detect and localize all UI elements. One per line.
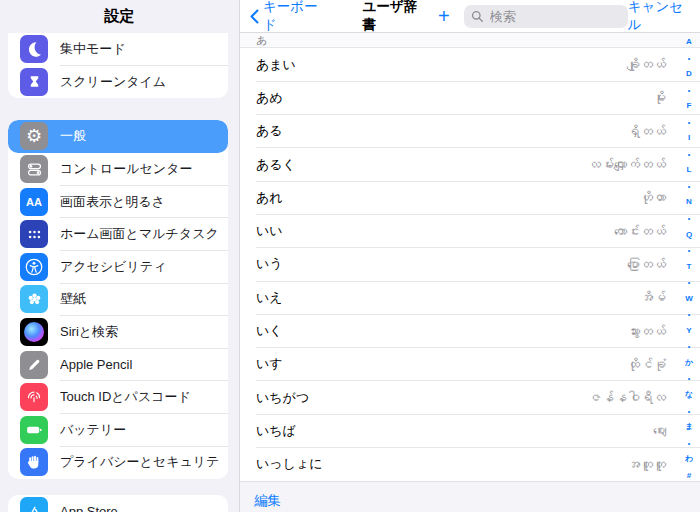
entry-word: あるく <box>256 156 296 174</box>
alphabet-index-bar[interactable]: A•D•F•I•L•N•Q•T•W•Y•か•な•ま•わ# <box>683 38 695 480</box>
index-dot[interactable]: • <box>688 183 690 190</box>
index-dot[interactable]: • <box>688 343 690 350</box>
sidebar-item-general[interactable]: ⚙一般 <box>8 120 228 153</box>
section-header: あ <box>240 33 700 48</box>
sidebar-item-app-store[interactable]: App Store <box>8 495 228 512</box>
dictionary-row[interactable]: いちがつဇန်နဝါရီလ <box>240 381 700 414</box>
edit-link[interactable]: 編集 <box>254 492 281 510</box>
app-store-icon <box>20 497 48 512</box>
entry-translation: အိမ် <box>640 290 666 305</box>
index-letter[interactable]: ま <box>685 423 693 431</box>
entry-translation: ကောင်းတယ် <box>614 224 666 239</box>
index-dot[interactable]: • <box>688 151 690 158</box>
sidebar-item-battery[interactable]: バッテリー <box>8 414 228 447</box>
hand-icon <box>20 448 48 476</box>
cancel-button[interactable]: キャンセル <box>628 0 691 34</box>
index-dot[interactable]: • <box>688 55 690 62</box>
user-dictionary-panel: キーボード ユーザ辞書 + キャンセル あ あまいချိုတယ်あめမိုးある… <box>240 0 700 512</box>
index-letter[interactable]: D <box>686 70 692 78</box>
index-letter[interactable]: L <box>687 166 692 174</box>
dictionary-row[interactable]: いすထိုင်ခုံ <box>240 348 700 381</box>
index-letter[interactable]: な <box>685 391 693 399</box>
sidebar-item-home-screen-multitasking[interactable]: ホーム画面とマルチタスク <box>8 218 228 251</box>
back-button-label: キーボード <box>263 0 325 34</box>
index-letter[interactable]: A <box>686 38 692 46</box>
toggles-icon <box>20 155 48 183</box>
index-letter[interactable]: W <box>685 295 693 303</box>
entry-translation: ပြောတယ် <box>627 257 666 272</box>
list-footer: 編集 <box>240 481 700 512</box>
home-screen-icon <box>20 220 48 248</box>
index-dot[interactable]: • <box>688 119 690 126</box>
entry-word: いく <box>256 322 283 340</box>
sidebar-item-apple-pencil[interactable]: Apple Pencil <box>8 348 228 381</box>
index-dot[interactable]: • <box>688 375 690 382</box>
dictionary-row[interactable]: いうပြောတယ် <box>240 248 700 281</box>
back-button[interactable]: キーボード <box>250 0 325 34</box>
add-entry-button[interactable]: + <box>438 6 450 26</box>
index-letter[interactable]: N <box>686 198 692 206</box>
index-dot[interactable]: • <box>688 279 690 286</box>
index-letter[interactable]: Q <box>686 231 692 239</box>
sidebar-item-privacy-security[interactable]: プライバシーとセキュリティ <box>8 446 228 479</box>
sidebar-item-focus[interactable]: 集中モード <box>8 33 228 66</box>
navbar: キーボード ユーザ辞書 + キャンセル <box>240 0 700 33</box>
dictionary-row[interactable]: いっしょにအတူတူ <box>240 448 700 481</box>
index-letter[interactable]: I <box>688 134 690 142</box>
search-input[interactable] <box>488 8 621 25</box>
index-dot[interactable]: • <box>688 247 690 254</box>
dictionary-row[interactable]: あまいချိုတယ် <box>240 48 700 81</box>
sidebar-item-label: コントロールセンター <box>60 160 192 178</box>
dictionary-row[interactable]: いえအိမ် <box>240 281 700 314</box>
index-dot[interactable]: • <box>688 311 690 318</box>
index-letter[interactable]: T <box>687 263 692 271</box>
search-field[interactable] <box>464 5 628 28</box>
index-dot[interactable]: • <box>688 440 690 447</box>
dictionary-row[interactable]: あめမိုး <box>240 81 700 114</box>
sidebar-card: 集中モードスクリーンタイム <box>8 33 228 98</box>
sidebar-item-label: App Store <box>60 504 118 512</box>
wallpaper-icon <box>20 285 48 313</box>
index-letter[interactable]: F <box>687 102 692 110</box>
index-letter[interactable]: Y <box>686 327 691 335</box>
sidebar-title: 設定 <box>0 0 239 33</box>
index-letter[interactable]: わ <box>685 455 693 463</box>
sidebar-item-accessibility[interactable]: アクセシビリティ <box>8 251 228 284</box>
entry-translation: ဟိုဟာ <box>640 190 666 205</box>
sidebar-item-label: 集中モード <box>60 40 126 58</box>
sidebar-item-screen-time[interactable]: スクリーンタイム <box>8 66 228 99</box>
index-dot[interactable]: • <box>688 215 690 222</box>
entry-word: あれ <box>256 189 283 207</box>
sidebar-item-label: ホーム画面とマルチタスク <box>60 225 219 243</box>
dictionary-row[interactable]: いちばဈေး <box>240 414 700 447</box>
sidebar-item-label: 壁紙 <box>60 290 86 308</box>
entry-word: あめ <box>256 89 283 107</box>
entry-word: いい <box>256 222 283 240</box>
entry-translation: ချိုတယ် <box>627 57 666 72</box>
sidebar-item-label: Apple Pencil <box>60 357 132 372</box>
entry-translation: ရှိတယ် <box>627 124 666 139</box>
fingerprint-icon <box>20 383 48 411</box>
dictionary-row[interactable]: いいကောင်းတယ် <box>240 214 700 247</box>
siri-icon <box>20 318 48 346</box>
index-letter[interactable]: か <box>685 359 693 367</box>
dictionary-list: あまいချိုတယ်あめမိုးあるရှိတယ်あるくလမ်းလျှောက်တယ… <box>240 48 700 481</box>
index-dot[interactable]: • <box>688 408 690 415</box>
sidebar-item-touch-id-passcode[interactable]: Touch IDとパスコード <box>8 381 228 414</box>
dictionary-row[interactable]: あれဟိုဟာ <box>240 181 700 214</box>
index-letter[interactable]: # <box>687 472 691 480</box>
entry-translation: ဇန်နဝါရီလ <box>588 390 666 405</box>
gear-icon: ⚙ <box>20 122 48 150</box>
dictionary-row[interactable]: あるくလမ်းလျှောက်တယ် <box>240 148 700 181</box>
sidebar-item-display-brightness[interactable]: AA画面表示と明るさ <box>8 185 228 218</box>
index-dot[interactable]: • <box>688 87 690 94</box>
sidebar-item-label: 一般 <box>60 127 86 145</box>
entry-word: いす <box>256 355 283 373</box>
sidebar-item-label: 画面表示と明るさ <box>60 193 165 211</box>
display-icon: AA <box>20 188 48 216</box>
dictionary-row[interactable]: あるရှိတယ် <box>240 115 700 148</box>
sidebar-item-wallpaper[interactable]: 壁紙 <box>8 283 228 316</box>
sidebar-item-siri-search[interactable]: Siriと検索 <box>8 316 228 349</box>
sidebar-item-control-center[interactable]: コントロールセンター <box>8 153 228 186</box>
dictionary-row[interactable]: いくသွားတယ် <box>240 314 700 347</box>
